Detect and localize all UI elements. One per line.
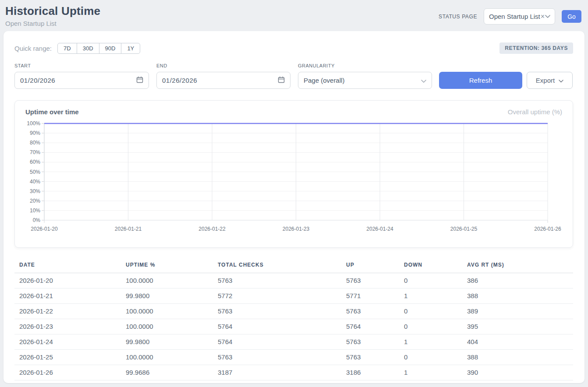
table-cell: 2026-01-26	[14, 365, 121, 380]
table-cell: 5763	[341, 304, 399, 319]
end-date-input[interactable]: 01/26/2026	[156, 72, 290, 89]
quick-range-label: Quick range:	[14, 45, 52, 52]
uptime-table: DATE UPTIME % TOTAL CHECKS UP DOWN AVG R…	[14, 260, 573, 380]
quick-range-7d[interactable]: 7D	[57, 43, 77, 54]
table-cell: 5764	[213, 334, 341, 350]
svg-text:2026-01-26: 2026-01-26	[534, 226, 561, 232]
table-cell: 100.0000	[121, 273, 213, 288]
table-cell: 389	[462, 304, 573, 319]
title-block: Historical Uptime Open Startup List	[5, 4, 100, 27]
column-header-avg-rt: AVG RT (MS)	[462, 260, 573, 273]
clear-icon[interactable]: ×	[541, 13, 545, 20]
table-cell: 99.9800	[121, 288, 213, 304]
svg-text:2026-01-25: 2026-01-25	[450, 226, 478, 232]
svg-text:10%: 10%	[30, 208, 40, 214]
table-row: 2026-01-2499.9800576457631404	[14, 334, 573, 350]
table-cell: 388	[462, 350, 573, 365]
refresh-button[interactable]: Refresh	[439, 72, 522, 89]
start-date-value: 01/20/2026	[20, 77, 55, 84]
svg-text:70%: 70%	[30, 149, 40, 155]
quick-range-90d[interactable]: 90D	[99, 43, 122, 54]
uptime-chart: 0%10%20%30%40%50%60%70%80%90%100%2026-01…	[25, 118, 563, 235]
table-cell: 1	[399, 334, 462, 350]
calendar-icon[interactable]	[136, 76, 143, 84]
table-cell: 2026-01-22	[14, 304, 121, 319]
quick-range-row: Quick range: 7D 30D 90D 1Y RETENTION: 36…	[14, 42, 573, 54]
table-cell: 100.0000	[121, 350, 213, 365]
quick-range-group: 7D 30D 90D 1Y	[57, 43, 140, 54]
quick-range-30d[interactable]: 30D	[77, 43, 99, 54]
chart-legend: Overall uptime (%)	[508, 108, 562, 116]
status-page-select[interactable]: Open Startup List ×	[484, 8, 555, 25]
table-cell: 0	[399, 319, 462, 334]
svg-text:50%: 50%	[30, 169, 40, 175]
start-date-label: START	[14, 63, 149, 68]
table-cell: 5771	[341, 288, 399, 304]
column-header-up: UP	[341, 260, 399, 273]
page-title: Historical Uptime	[5, 4, 100, 18]
chart-card: Uptime over time Overall uptime (%) 0%10…	[14, 100, 573, 248]
granularity-select[interactable]: Page (overall)	[298, 72, 432, 89]
svg-text:90%: 90%	[30, 130, 40, 136]
status-page-label: STATUS PAGE	[439, 14, 477, 20]
header-right: STATUS PAGE Open Startup List × Go	[439, 8, 581, 25]
chart-title: Uptime over time	[25, 108, 79, 116]
table-cell: 99.9800	[121, 334, 213, 350]
start-date-input[interactable]: 01/20/2026	[14, 72, 149, 89]
table-cell: 386	[462, 273, 573, 288]
table-cell: 5763	[341, 273, 399, 288]
table-cell: 5763	[213, 273, 341, 288]
table-cell: 5772	[213, 288, 341, 304]
table-cell: 5764	[341, 319, 399, 334]
table-cell: 1	[399, 288, 462, 304]
table-row: 2026-01-2199.9800577257711388	[14, 288, 573, 304]
start-date-field: START 01/20/2026	[14, 63, 149, 89]
granularity-value: Page (overall)	[304, 77, 344, 84]
table-row: 2026-01-23100.0000576457640395	[14, 319, 573, 334]
chevron-down-icon	[421, 77, 426, 84]
column-header-total-checks: TOTAL CHECKS	[213, 260, 341, 273]
table-cell: 99.9686	[121, 365, 213, 380]
table-cell: 5763	[341, 350, 399, 365]
svg-text:80%: 80%	[30, 140, 40, 146]
table-cell: 5763	[341, 334, 399, 350]
svg-text:20%: 20%	[30, 198, 40, 204]
table-cell: 0	[399, 350, 462, 365]
export-button-label: Export	[536, 77, 555, 84]
end-date-field: END 01/26/2026	[156, 63, 290, 89]
go-button[interactable]: Go	[562, 10, 581, 23]
table-cell: 100.0000	[121, 304, 213, 319]
chevron-down-icon	[545, 15, 550, 18]
table-cell: 3187	[213, 365, 341, 380]
svg-text:2026-01-23: 2026-01-23	[283, 226, 310, 232]
chart-header: Uptime over time Overall uptime (%)	[25, 108, 562, 116]
table-cell: 390	[462, 365, 573, 380]
column-header-down: DOWN	[399, 260, 462, 273]
quick-range-1y[interactable]: 1Y	[121, 43, 140, 54]
table-row: 2026-01-22100.0000576357630389	[14, 304, 573, 319]
table-cell: 2026-01-21	[14, 288, 121, 304]
main-panel: Quick range: 7D 30D 90D 1Y RETENTION: 36…	[4, 31, 584, 383]
table-cell: 0	[399, 273, 462, 288]
table-body: 2026-01-20100.00005763576303862026-01-21…	[14, 273, 573, 380]
svg-text:0%: 0%	[33, 217, 41, 223]
table-cell: 5764	[213, 319, 341, 334]
granularity-label: GRANULARITY	[298, 63, 432, 68]
export-button[interactable]: Export	[527, 72, 573, 89]
svg-text:2026-01-22: 2026-01-22	[198, 226, 226, 232]
table-row: 2026-01-2699.9686318731861390	[14, 365, 573, 380]
svg-text:60%: 60%	[30, 159, 40, 165]
filter-fields-row: START 01/20/2026 END 01/26/2026 GRANULAR…	[14, 63, 573, 89]
column-header-date: DATE	[14, 260, 121, 273]
calendar-icon[interactable]	[278, 76, 285, 84]
table-header: DATE UPTIME % TOTAL CHECKS UP DOWN AVG R…	[14, 260, 573, 273]
table-cell: 2026-01-23	[14, 319, 121, 334]
table-cell: 404	[462, 334, 573, 350]
status-page-select-value: Open Startup List	[489, 13, 540, 20]
table-cell: 5763	[213, 304, 341, 319]
table-cell: 3186	[341, 365, 399, 380]
table-cell: 2026-01-24	[14, 334, 121, 350]
table-cell: 388	[462, 288, 573, 304]
end-date-label: END	[156, 63, 290, 68]
svg-text:2026-01-21: 2026-01-21	[115, 226, 142, 232]
